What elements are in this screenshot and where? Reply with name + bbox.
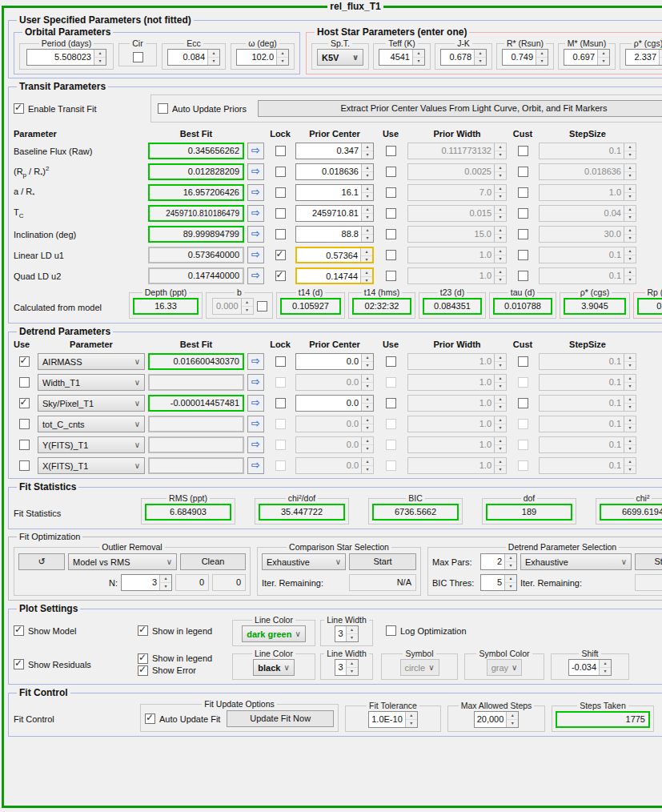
cust-checkbox[interactable] xyxy=(518,398,528,408)
spinner-arrows-icon[interactable]: ▴▾ xyxy=(494,354,506,369)
use-checkbox[interactable] xyxy=(386,229,396,239)
stepsize-spinner[interactable]: 0.1▴▾ xyxy=(539,436,636,453)
model-legend-checkbox[interactable] xyxy=(138,625,148,636)
spinner-arrows-icon[interactable]: ▴▾ xyxy=(159,575,171,590)
prior-width-spinner[interactable]: 7.0▴▾ xyxy=(407,184,507,201)
bic-thres-spinner[interactable]: 5▴▾ xyxy=(480,574,517,591)
spinner-arrows-icon[interactable]: ▴▾ xyxy=(361,143,373,159)
resid-line-color-dropdown[interactable]: black∨ xyxy=(253,659,294,676)
prior-width-spinner[interactable]: 1.0▴▾ xyxy=(407,267,507,284)
clean-button[interactable]: Clean xyxy=(180,553,246,570)
prior-width-spinner[interactable]: 15.0▴▾ xyxy=(407,226,507,243)
cust-checkbox[interactable] xyxy=(518,187,528,198)
lock-checkbox[interactable] xyxy=(275,167,286,177)
model-line-color-dropdown[interactable]: dark green∨ xyxy=(242,625,306,642)
spinner-arrows-icon[interactable]: ▴▾ xyxy=(207,50,219,65)
transfer-arrow-button[interactable]: ⇨ xyxy=(247,374,264,391)
transfer-arrow-button[interactable]: ⇨ xyxy=(247,247,264,263)
spinner-arrows-icon[interactable]: ▴▾ xyxy=(506,712,518,727)
transfer-arrow-button[interactable]: ⇨ xyxy=(247,205,264,222)
use-detrend-checkbox[interactable] xyxy=(19,356,30,367)
transfer-arrow-button[interactable]: ⇨ xyxy=(247,436,264,453)
prior-center-spinner[interactable]: 0.0▴▾ xyxy=(295,416,374,432)
spinner-arrows-icon[interactable]: ▴▾ xyxy=(360,269,372,283)
stepsize-spinner[interactable]: 0.1▴▾ xyxy=(539,143,636,159)
lock-checkbox[interactable] xyxy=(275,250,286,260)
prior-center-spinner[interactable]: 0.347▴▾ xyxy=(295,143,374,159)
cust-checkbox[interactable] xyxy=(518,356,528,367)
spinner-arrows-icon[interactable]: ▴▾ xyxy=(624,437,636,452)
spinner-arrows-icon[interactable]: ▴▾ xyxy=(494,268,506,283)
detrend-param-dropdown[interactable]: Sky/Pixel_T1∨ xyxy=(38,395,145,412)
spinner-arrows-icon[interactable]: ▴▾ xyxy=(361,227,373,242)
cust-checkbox[interactable] xyxy=(518,250,528,260)
prior-center-spinner[interactable]: 0.0▴▾ xyxy=(295,353,374,370)
prior-width-spinner[interactable]: 0.0025▴▾ xyxy=(407,163,507,180)
spinner-arrows-icon[interactable]: ▴▾ xyxy=(536,50,548,65)
n-spinner[interactable]: 3▴▾ xyxy=(121,574,172,591)
prior-center-spinner[interactable]: 0.0▴▾ xyxy=(295,457,374,474)
enable-transit-fit-checkbox[interactable] xyxy=(14,103,24,114)
spinner-arrows-icon[interactable]: ▴▾ xyxy=(599,660,611,675)
prior-width-spinner[interactable]: 0.111773132▴▾ xyxy=(407,143,507,159)
lock-checkbox[interactable] xyxy=(275,398,286,408)
extract-priors-button[interactable]: Extract Prior Center Values From Light C… xyxy=(258,100,662,117)
spinner-arrows-icon[interactable]: ▴▾ xyxy=(405,712,417,727)
spinner-arrows-icon[interactable]: ▴▾ xyxy=(624,375,636,390)
auto-update-fit-checkbox[interactable] xyxy=(145,714,155,724)
spinner-arrows-icon[interactable]: ▴▾ xyxy=(361,354,373,369)
stepsize-spinner[interactable]: 0.1▴▾ xyxy=(539,374,636,391)
max-allowed-steps-spinner[interactable]: 20,000▴▾ xyxy=(474,711,520,728)
lock-checkbox[interactable] xyxy=(275,271,286,281)
detrend-mode-dropdown[interactable]: Exhaustive∨ xyxy=(520,553,632,570)
prior-width-spinner[interactable]: 1.0▴▾ xyxy=(407,416,507,432)
spinner-arrows-icon[interactable]: ▴▾ xyxy=(361,185,373,200)
spinner-arrows-icon[interactable]: ▴▾ xyxy=(504,554,516,569)
stepsize-spinner[interactable]: 0.1▴▾ xyxy=(539,395,636,412)
prior-width-spinner[interactable]: 1.0▴▾ xyxy=(407,374,507,391)
show-residuals-checkbox[interactable] xyxy=(14,659,24,669)
rho-spinner[interactable]: 2.337▴▾ xyxy=(625,49,662,66)
comparison-start-button[interactable]: Start xyxy=(349,553,416,570)
spinner-arrows-icon[interactable]: ▴▾ xyxy=(597,50,609,65)
spinner-arrows-icon[interactable]: ▴▾ xyxy=(494,437,506,452)
prior-center-spinner[interactable]: 88.8▴▾ xyxy=(295,226,374,243)
spinner-arrows-icon[interactable]: ▴▾ xyxy=(624,227,636,242)
use-checkbox[interactable] xyxy=(386,146,396,156)
stepsize-spinner[interactable]: 0.1▴▾ xyxy=(539,353,636,370)
spinner-arrows-icon[interactable]: ▴▾ xyxy=(361,164,373,179)
spinner-arrows-icon[interactable]: ▴▾ xyxy=(494,143,506,159)
stepsize-spinner[interactable]: 0.1▴▾ xyxy=(539,457,636,474)
prior-width-spinner[interactable]: 1.0▴▾ xyxy=(407,247,507,263)
spinner-arrows-icon[interactable]: ▴▾ xyxy=(494,247,506,263)
spinner-arrows-icon[interactable]: ▴▾ xyxy=(361,416,373,432)
symbol-dropdown[interactable]: circle∨ xyxy=(400,659,439,676)
transfer-arrow-button[interactable]: ⇨ xyxy=(247,457,264,474)
spinner-arrows-icon[interactable]: ▴▾ xyxy=(624,206,636,221)
spinner-arrows-icon[interactable]: ▴▾ xyxy=(361,206,373,221)
spinner-arrows-icon[interactable]: ▴▾ xyxy=(624,185,636,200)
spinner-arrows-icon[interactable]: ▴▾ xyxy=(346,626,358,641)
model-line-width-spinner[interactable]: 3▴▾ xyxy=(335,625,358,642)
detrend-param-dropdown[interactable]: X(FITS)_T1∨ xyxy=(38,457,145,474)
prior-width-spinner[interactable]: 1.0▴▾ xyxy=(407,436,507,453)
stepsize-spinner[interactable]: 30.0▴▾ xyxy=(539,226,636,243)
transfer-arrow-button[interactable]: ⇨ xyxy=(247,416,264,432)
use-checkbox[interactable] xyxy=(386,187,396,198)
stepsize-spinner[interactable]: 0.1▴▾ xyxy=(539,416,636,432)
spinner-arrows-icon[interactable]: ▴▾ xyxy=(624,458,636,473)
prior-center-spinner[interactable]: 2459710.81▴▾ xyxy=(295,205,374,222)
resid-line-width-spinner[interactable]: 3▴▾ xyxy=(335,659,358,676)
spinner-arrows-icon[interactable]: ▴▾ xyxy=(624,247,636,263)
spinner-arrows-icon[interactable]: ▴▾ xyxy=(494,227,506,242)
spinner-arrows-icon[interactable]: ▴▾ xyxy=(624,143,636,159)
cust-checkbox[interactable] xyxy=(518,167,528,177)
cust-checkbox[interactable] xyxy=(518,271,528,281)
use-checkbox[interactable] xyxy=(386,208,396,219)
prior-center-spinner[interactable]: 0.14744▴▾ xyxy=(295,267,374,284)
use-detrend-checkbox[interactable] xyxy=(19,398,30,408)
prior-center-spinner[interactable]: 0.0▴▾ xyxy=(295,436,374,453)
detrend-param-dropdown[interactable]: Y(FITS)_T1∨ xyxy=(38,436,145,453)
spinner-arrows-icon[interactable]: ▴▾ xyxy=(360,248,372,262)
use-detrend-checkbox[interactable] xyxy=(19,440,30,450)
